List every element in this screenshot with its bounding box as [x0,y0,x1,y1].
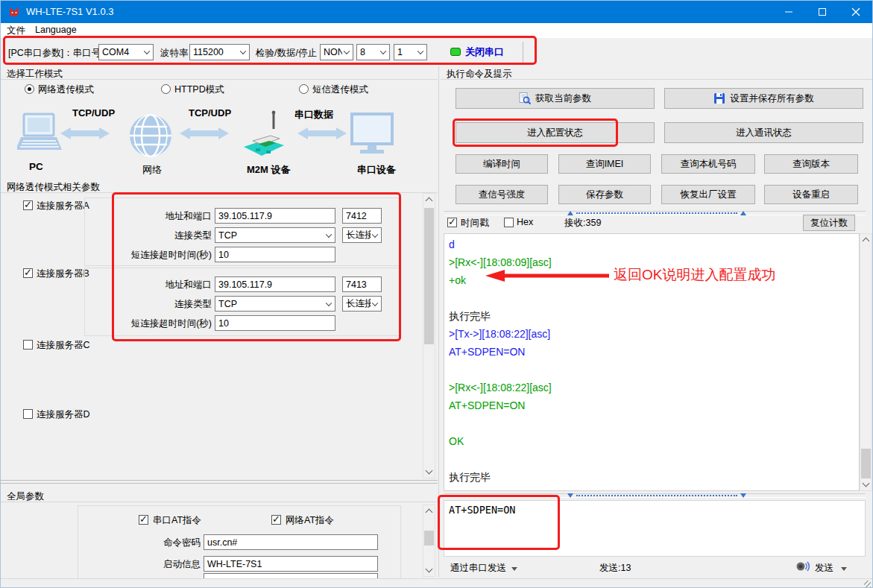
server-b-address-input[interactable] [215,276,335,292]
status-bar [1,578,872,588]
port-open-led-icon [450,48,461,56]
caret-down-icon [511,567,517,571]
radio-httpd[interactable] [161,84,171,94]
query-version-button[interactable]: 查询版本 [764,154,858,174]
scroll-up-icon[interactable] [863,238,870,245]
server-c-checkbox[interactable] [23,340,33,350]
server-a-label: 连接服务器A [37,200,89,212]
log-line: 执行完毕 [444,307,859,325]
server-b-port-input[interactable] [342,276,382,292]
left-panel-scrollbar[interactable] [423,193,435,478]
menu-item-file[interactable]: 文件 [7,25,25,37]
maximize-button[interactable] [805,1,839,23]
minimize-button[interactable] [772,1,805,23]
serial-params-label: [PC串口参数]：串口号 [8,47,101,60]
m2m-device-icon [241,110,287,160]
send-via-dropdown[interactable]: 通过串口发送 [450,562,517,575]
parity-select[interactable]: NONI [320,44,353,60]
log-scrollbar[interactable] [860,233,872,491]
sent-count: 发送:13 [599,562,631,575]
chevron-down-icon [326,231,332,237]
baud-label: 波特率 [160,47,189,60]
hex-checkbox[interactable] [504,218,514,227]
get-params-button[interactable]: 获取当前参数 [456,88,655,109]
net-params-header: 网络透传模式相关参数 [1,180,438,193]
log-splitter-grabber[interactable] [567,209,746,217]
stopbits-select[interactable]: 1 [394,44,427,60]
server-b-keepalive-select[interactable]: 长连接 [342,296,382,312]
server-a-port-input[interactable] [342,208,382,224]
link-tcp2-label: TCP/UDP [189,107,231,118]
server-a-checkbox[interactable] [23,200,33,210]
server-b-type-select[interactable]: TCP [215,296,335,312]
splitter-dots [576,495,737,496]
log-line [444,450,859,468]
chevron-down-icon [372,231,378,237]
server-a-timeout-input[interactable] [215,247,335,262]
radio-sms[interactable] [299,84,309,94]
splitter-dots [576,212,737,214]
doc-search-icon [519,92,531,104]
baud-select[interactable]: 115200 [189,44,250,60]
scroll-up-icon[interactable] [426,197,433,205]
databits-select[interactable]: 8 [356,44,390,60]
link-serial-label: 串口数据 [294,108,333,121]
addr-port-label: 地址和端口 [113,279,212,291]
boot-message-input[interactable] [204,556,378,572]
scroll-down-icon[interactable] [863,480,870,487]
scroll-down-icon[interactable] [426,467,433,475]
menu-item-language[interactable]: Language [35,25,77,35]
scrollbar-thumb[interactable] [861,449,871,478]
radio-net-transparent-label: 网络透传模式 [38,83,94,96]
enter-config-button[interactable]: 进入配置状态 [456,122,655,143]
query-number-button[interactable]: 查询本机号码 [661,154,755,174]
left-splitter[interactable] [1,480,438,484]
server-d-checkbox[interactable] [23,409,33,419]
scroll-up-icon[interactable] [426,509,433,516]
node-serial-device-label: 串口设备 [357,163,396,177]
query-signal-button[interactable]: 查信号强度 [456,185,548,204]
close-button[interactable] [839,1,872,23]
work-mode-header: 选择工作模式 [1,66,438,80]
timestamp-checkbox[interactable] [447,218,457,227]
com-port-select[interactable]: COM4 [98,44,154,60]
radio-httpd-label: HTTPD模式 [174,83,224,96]
cmd-password-input[interactable] [204,534,378,550]
query-imei-button[interactable]: 查询IMEI [558,154,651,174]
net-at-label: 网络AT指令 [286,514,334,527]
net-at-checkbox[interactable] [271,515,281,525]
set-save-params-button[interactable]: 设置并保存所有参数 [664,88,863,109]
send-splitter-grabber[interactable] [567,492,746,499]
serial-at-checkbox[interactable] [139,515,148,525]
compile-time-button[interactable]: 编译时间 [456,154,548,174]
get-params-label: 获取当前参数 [535,92,591,105]
scrollbar-thumb[interactable] [424,208,434,344]
timeout-label: 短连接超时时间(秒) [113,317,212,330]
chevron-down-icon [344,48,350,54]
hex-label: Hex [517,217,533,227]
global-scrollbar[interactable] [423,505,435,577]
save-params-button[interactable]: 保存参数 [558,185,651,204]
server-b-checkbox[interactable] [23,268,33,278]
cmd-password-label: 命令密码 [133,537,201,549]
send-button[interactable]: 发送 [815,562,847,575]
collapse-down-icon [740,493,746,498]
close-port-button[interactable]: 关闭串口 [465,45,504,59]
device-restart-button[interactable]: 设备重启 [764,185,858,204]
reset-count-button[interactable]: 复位计数 [803,215,855,231]
link-tcp1-label: TCP/UDP [72,107,115,118]
scrollbar-thumb[interactable] [424,531,434,546]
server-b-timeout-input[interactable] [215,315,335,331]
factory-reset-button[interactable]: 恢复出厂设置 [661,185,755,204]
server-a-address-input[interactable] [215,208,335,224]
enter-comm-button[interactable]: 进入通讯状态 [664,122,863,143]
send-input[interactable] [444,500,866,557]
server-a-type-select[interactable]: TCP [215,227,335,243]
collapse-up-icon [567,211,573,215]
resize-grip[interactable] [864,581,871,587]
chevron-down-icon [380,48,386,54]
scroll-down-icon[interactable] [426,566,433,573]
recv-count: 接收:359 [564,217,601,230]
radio-net-transparent[interactable] [25,84,34,94]
server-a-keepalive-select[interactable]: 长连接 [342,227,382,243]
